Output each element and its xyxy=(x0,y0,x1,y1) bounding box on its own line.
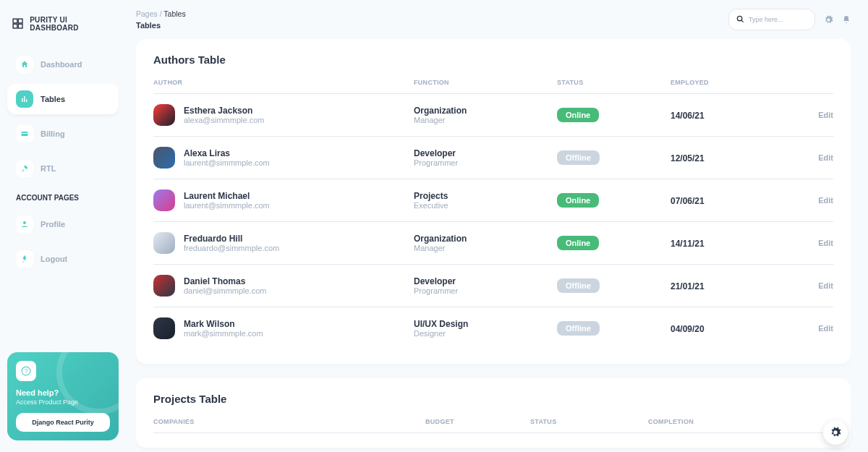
edit-button[interactable]: Edit xyxy=(775,179,833,222)
sidebar-item-label: Tables xyxy=(41,95,65,103)
svg-rect-0 xyxy=(13,19,17,23)
svg-rect-5 xyxy=(24,96,25,102)
card-title: Projects Table xyxy=(153,393,833,405)
table-row: Esthera Jacksonalexa@simmmple.comOrganiz… xyxy=(153,94,833,137)
brand[interactable]: PURITY UI DASHBOARD xyxy=(7,12,119,36)
question-icon: ? xyxy=(16,361,36,381)
svg-line-13 xyxy=(741,20,744,22)
search-input[interactable] xyxy=(749,16,807,23)
author-email: daniel@simmmple.com xyxy=(184,286,266,295)
sidebar-item-dashboard[interactable]: Dashboard xyxy=(7,49,119,80)
help-button[interactable]: Django React Purity xyxy=(16,413,110,432)
function-title: UI/UX Design xyxy=(414,319,557,329)
avatar xyxy=(153,317,175,339)
table-row: Daniel Thomasdaniel@simmmple.comDevelope… xyxy=(153,265,833,307)
edit-button[interactable]: Edit xyxy=(775,222,833,265)
edit-button[interactable]: Edit xyxy=(775,307,833,350)
status-badge: Offline xyxy=(557,150,600,165)
edit-button[interactable]: Edit xyxy=(775,137,833,179)
projects-table-card: Projects Table COMPANIES BUDGET STATUS C… xyxy=(136,378,851,448)
sidebar-item-billing[interactable]: Billing xyxy=(7,119,119,149)
user-icon xyxy=(16,216,33,233)
svg-point-12 xyxy=(737,16,741,20)
breadcrumb-root[interactable]: Pages xyxy=(136,9,158,18)
sidebar-item-label: Logout xyxy=(41,255,67,263)
status-badge: Offline xyxy=(557,321,600,336)
breadcrumb: Pages / Tables xyxy=(136,9,186,18)
sidebar-item-label: RTL xyxy=(41,164,56,173)
function-sub: Manager xyxy=(414,116,557,124)
employed-date: 04/09/20 xyxy=(671,324,705,334)
tool-icon xyxy=(16,160,33,177)
svg-rect-4 xyxy=(22,98,23,102)
sidebar-item-label: Dashboard xyxy=(41,60,82,69)
col-author: AUTHOR xyxy=(153,79,414,94)
card-title: Authors Table xyxy=(153,54,833,66)
col-budget: BUDGET xyxy=(425,418,530,433)
stats-icon xyxy=(16,90,33,108)
settings-fab[interactable] xyxy=(823,420,848,445)
avatar xyxy=(153,189,175,211)
search-input-wrap[interactable] xyxy=(728,9,815,30)
edit-button[interactable]: Edit xyxy=(775,94,833,137)
author-name: Daniel Thomas xyxy=(184,276,266,286)
avatar xyxy=(153,232,175,254)
function-sub: Designer xyxy=(414,329,557,338)
sidebar-item-label: Billing xyxy=(41,129,65,138)
function-sub: Programmer xyxy=(414,286,557,295)
sidebar-item-profile[interactable]: Profile xyxy=(7,209,119,239)
function-sub: Programmer xyxy=(414,158,557,167)
function-title: Developer xyxy=(414,276,557,286)
employed-date: 12/05/21 xyxy=(671,153,705,163)
help-title: Need help? xyxy=(16,388,110,397)
author-email: freduardo@simmmple.com xyxy=(184,244,279,252)
table-row: Mark Wilsonmark@simmmple.comUI/UX Design… xyxy=(153,307,833,350)
employed-date: 14/06/21 xyxy=(671,111,705,121)
search-icon xyxy=(736,13,744,26)
brand-name: PURITY UI DASHBOARD xyxy=(30,16,114,32)
author-name: Freduardo Hill xyxy=(184,234,279,244)
sidebar-section-title: ACCOUNT PAGES xyxy=(7,188,119,209)
table-row: Laurent Michaellaurent@simmmple.comProje… xyxy=(153,179,833,222)
function-title: Organization xyxy=(414,106,557,116)
status-badge: Online xyxy=(557,236,599,250)
employed-date: 07/06/21 xyxy=(671,196,705,206)
function-title: Projects xyxy=(414,191,557,201)
author-name: Alexa Liras xyxy=(184,148,270,158)
projects-table: COMPANIES BUDGET STATUS COMPLETION xyxy=(153,418,833,433)
topbar: Pages / Tables Tables xyxy=(136,9,851,30)
card-icon xyxy=(16,125,33,142)
status-badge: Online xyxy=(557,193,599,208)
help-subtitle: Access Product Page xyxy=(16,398,110,406)
author-email: laurent@simmmple.com xyxy=(184,201,270,210)
col-function: FUNCTION xyxy=(414,79,557,94)
avatar xyxy=(153,147,175,169)
avatar xyxy=(153,104,175,126)
sidebar: PURITY UI DASHBOARD Dashboard Tables Bil… xyxy=(0,0,126,452)
col-status: STATUS xyxy=(557,79,671,94)
col-completion: COMPLETION xyxy=(648,418,775,433)
function-sub: Manager xyxy=(414,244,557,252)
author-name: Esthera Jackson xyxy=(184,106,264,116)
sidebar-item-rtl[interactable]: RTL xyxy=(7,153,119,184)
settings-icon[interactable] xyxy=(824,15,833,25)
page-title: Tables xyxy=(136,21,186,30)
employed-date: 14/11/21 xyxy=(671,239,705,249)
svg-text:?: ? xyxy=(25,368,28,375)
status-badge: Online xyxy=(557,108,599,122)
edit-button[interactable]: Edit xyxy=(775,265,833,307)
author-name: Mark Wilson xyxy=(184,319,263,329)
authors-table: AUTHOR FUNCTION STATUS EMPLOYED Esthera … xyxy=(153,79,833,349)
col-employed: EMPLOYED xyxy=(671,79,775,94)
table-row: Alexa Liraslaurent@simmmple.comDeveloper… xyxy=(153,137,833,179)
svg-rect-3 xyxy=(18,24,22,28)
svg-rect-8 xyxy=(22,133,28,134)
bell-icon[interactable] xyxy=(842,15,851,24)
sidebar-item-logout[interactable]: Logout xyxy=(7,244,119,274)
help-card: ? Need help? Access Product Page Django … xyxy=(7,352,119,440)
svg-point-9 xyxy=(23,221,26,224)
svg-rect-6 xyxy=(26,100,27,103)
svg-rect-1 xyxy=(18,19,22,23)
sidebar-item-label: Profile xyxy=(41,220,65,229)
sidebar-item-tables[interactable]: Tables xyxy=(7,84,119,114)
